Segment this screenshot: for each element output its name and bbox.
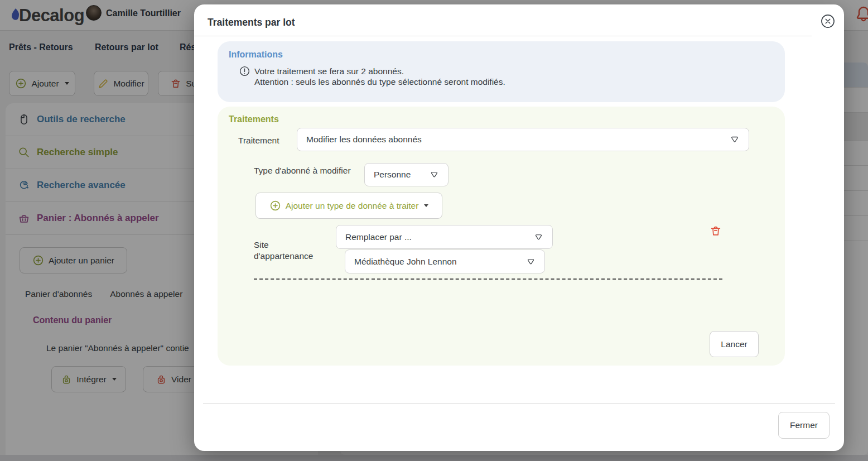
- site-label-line2: d'appartenance: [254, 251, 313, 262]
- caret-down-icon: [424, 204, 428, 207]
- treatments-panel: Traitements Traitement Modifier les donn…: [218, 107, 785, 366]
- close-icon[interactable]: [819, 13, 836, 30]
- batch-treatments-modal: Traitements par lot Informations Votre t…: [194, 4, 844, 451]
- treatments-heading: Traitements: [229, 114, 279, 124]
- chevron-down-icon: [730, 135, 740, 145]
- close-modal-button[interactable]: Fermer: [778, 412, 830, 439]
- close-modal-button-label: Fermer: [790, 420, 818, 430]
- launch-button-label: Lancer: [721, 339, 747, 349]
- informations-heading: Informations: [229, 50, 283, 60]
- add-data-type-label: Ajouter un type de donnée à traiter: [286, 201, 419, 211]
- site-value: Médiathèque John Lennon: [354, 257, 457, 267]
- informations-panel: Informations Votre traitement se fera su…: [218, 41, 785, 102]
- modal-title: Traitements par lot: [208, 17, 295, 28]
- site-value-select[interactable]: Médiathèque John Lennon: [345, 249, 545, 273]
- treatment-label: Traitement: [238, 136, 279, 146]
- info-line-1: Votre traitement se fera sur 2 abonnés.: [254, 66, 505, 76]
- treatment-row-separator: [254, 278, 722, 280]
- info-line-2: Attention : seuls les abonnés du type sé…: [254, 76, 505, 87]
- delete-row-trash-icon[interactable]: [710, 224, 723, 238]
- subscriber-type-value: Personne: [374, 170, 411, 180]
- plus-circle-icon: [269, 200, 281, 212]
- launch-button[interactable]: Lancer: [710, 331, 759, 357]
- treatment-select[interactable]: Modifier les données abonnés: [297, 128, 749, 151]
- chevron-down-icon: [430, 170, 439, 180]
- add-data-type-button[interactable]: Ajouter un type de donnée à traiter: [255, 193, 442, 219]
- subscriber-type-label: Type d'abonné à modifier: [254, 166, 351, 176]
- replace-mode-select[interactable]: Remplacer par ...: [336, 225, 553, 249]
- replace-mode-value: Remplacer par ...: [345, 232, 412, 242]
- informations-text: Votre traitement se fera sur 2 abonnés. …: [254, 66, 505, 87]
- modal-footer-divider: [203, 403, 835, 404]
- site-label: Site d'appartenance: [254, 239, 313, 262]
- screen: Decalog Camille Tourtillier Prêts - Reto…: [0, 0, 868, 461]
- site-label-line1: Site: [254, 239, 313, 251]
- chevron-down-icon: [526, 257, 536, 266]
- treatment-select-value: Modifier les données abonnés: [306, 135, 422, 145]
- modal-header-divider: [194, 36, 812, 36]
- subscriber-type-select[interactable]: Personne: [364, 163, 449, 186]
- chevron-down-icon: [534, 232, 543, 242]
- info-icon: [239, 65, 250, 77]
